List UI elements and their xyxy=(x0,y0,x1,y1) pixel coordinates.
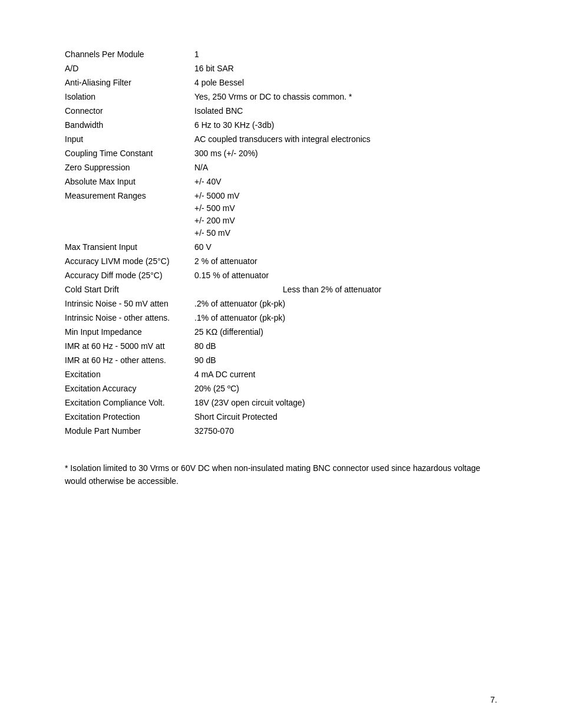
spec-label: Accuracy Diff mode (25°C) xyxy=(65,268,194,282)
spec-value: AC coupled transducers with integral ele… xyxy=(194,132,497,146)
spec-value: 90 dB xyxy=(194,353,497,367)
spec-value: N/A xyxy=(194,160,497,174)
table-row: ConnectorIsolated BNC xyxy=(65,104,497,118)
spec-value: Less than 2% of attenuator xyxy=(194,282,497,297)
spec-value: 300 ms (+/- 20%) xyxy=(194,146,497,160)
spec-label: Connector xyxy=(65,104,194,118)
table-row: Accuracy Diff mode (25°C)0.15 % of atten… xyxy=(65,268,497,282)
spec-label: Max Transient Input xyxy=(65,240,194,254)
table-row: Module Part Number32750-070 xyxy=(65,424,497,438)
spec-value: .1% of attenuator (pk-pk) xyxy=(194,311,497,325)
spec-value: 1 xyxy=(194,47,497,61)
spec-value: Isolated BNC xyxy=(194,104,497,118)
spec-label: IMR at 60 Hz - 5000 mV att xyxy=(65,339,194,353)
table-row: Channels Per Module1 xyxy=(65,47,497,61)
spec-label: Cold Start Drift xyxy=(65,282,194,297)
table-row: Excitation Accuracy20% (25 ºC) xyxy=(65,381,497,396)
table-row: Excitation Compliance Volt.18V (23V open… xyxy=(65,396,497,410)
spec-label: Excitation Compliance Volt. xyxy=(65,396,194,410)
spec-label: Measurement Ranges xyxy=(65,189,194,240)
spec-label: Excitation xyxy=(65,367,194,381)
table-row: Coupling Time Constant300 ms (+/- 20%) xyxy=(65,146,497,160)
spec-label: A/D xyxy=(65,61,194,75)
table-row: Absolute Max Input+/- 40V xyxy=(65,174,497,189)
spec-value: Short Circuit Protected xyxy=(194,410,497,424)
spec-label: Intrinsic Noise - 50 mV atten xyxy=(65,297,194,311)
spec-value: 4 pole Bessel xyxy=(194,75,497,90)
footnote: * Isolation limited to 30 Vrms or 60V DC… xyxy=(65,462,495,488)
spec-label: Bandwidth xyxy=(65,118,194,132)
table-row: IMR at 60 Hz - 5000 mV att80 dB xyxy=(65,339,497,353)
table-row: Intrinsic Noise - other attens..1% of at… xyxy=(65,311,497,325)
table-row: Excitation4 mA DC current xyxy=(65,367,497,381)
page-number: 7. xyxy=(490,695,497,704)
page-content: Channels Per Module1A/D16 bit SARAnti-Al… xyxy=(0,0,562,535)
table-row: Zero SuppressionN/A xyxy=(65,160,497,174)
spec-label: Intrinsic Noise - other attens. xyxy=(65,311,194,325)
spec-label: Accuracy LIVM mode (25°C) xyxy=(65,254,194,268)
spec-value: 18V (23V open circuit voltage) xyxy=(194,396,497,410)
spec-value: 2 % of attenuator xyxy=(194,254,497,268)
table-row: Accuracy LIVM mode (25°C)2 % of attenuat… xyxy=(65,254,497,268)
spec-value: 16 bit SAR xyxy=(194,61,497,75)
table-row: IsolationYes, 250 Vrms or DC to chassis … xyxy=(65,90,497,104)
spec-label: Min Input Impedance xyxy=(65,325,194,339)
table-row: Min Input Impedance25 KΩ (differential) xyxy=(65,325,497,339)
spec-value: +/- 40V xyxy=(194,174,497,189)
table-row: Max Transient Input60 V xyxy=(65,240,497,254)
spec-label: Anti-Aliasing Filter xyxy=(65,75,194,90)
spec-value: Yes, 250 Vrms or DC to chassis common. * xyxy=(194,90,497,104)
table-row: Bandwidth6 Hz to 30 KHz (-3db) xyxy=(65,118,497,132)
table-row: Excitation ProtectionShort Circuit Prote… xyxy=(65,410,497,424)
spec-label: Coupling Time Constant xyxy=(65,146,194,160)
spec-label: Module Part Number xyxy=(65,424,194,438)
spec-value: 80 dB xyxy=(194,339,497,353)
spec-label: Excitation Protection xyxy=(65,410,194,424)
spec-value: 0.15 % of attenuator xyxy=(194,268,497,282)
spec-value: +/- 5000 mV+/- 500 mV+/- 200 mV+/- 50 mV xyxy=(194,189,497,240)
spec-label: Isolation xyxy=(65,90,194,104)
spec-label: Excitation Accuracy xyxy=(65,381,194,396)
table-row: IMR at 60 Hz - other attens.90 dB xyxy=(65,353,497,367)
spec-label: IMR at 60 Hz - other attens. xyxy=(65,353,194,367)
table-row: InputAC coupled transducers with integra… xyxy=(65,132,497,146)
table-row: Intrinsic Noise - 50 mV atten.2% of atte… xyxy=(65,297,497,311)
table-row: Cold Start DriftLess than 2% of attenuat… xyxy=(65,282,497,297)
spec-value: 32750-070 xyxy=(194,424,497,438)
table-row: A/D16 bit SAR xyxy=(65,61,497,75)
spec-label: Absolute Max Input xyxy=(65,174,194,189)
spec-value: 20% (25 ºC) xyxy=(194,381,497,396)
table-row: Measurement Ranges+/- 5000 mV+/- 500 mV+… xyxy=(65,189,497,240)
spec-value: 6 Hz to 30 KHz (-3db) xyxy=(194,118,497,132)
spec-label: Channels Per Module xyxy=(65,47,194,61)
specs-table: Channels Per Module1A/D16 bit SARAnti-Al… xyxy=(65,47,497,438)
spec-value: .2% of attenuator (pk-pk) xyxy=(194,297,497,311)
spec-value: 4 mA DC current xyxy=(194,367,497,381)
table-row: Anti-Aliasing Filter4 pole Bessel xyxy=(65,75,497,90)
spec-label: Zero Suppression xyxy=(65,160,194,174)
spec-value: 25 KΩ (differential) xyxy=(194,325,497,339)
spec-label: Input xyxy=(65,132,194,146)
spec-value: 60 V xyxy=(194,240,497,254)
